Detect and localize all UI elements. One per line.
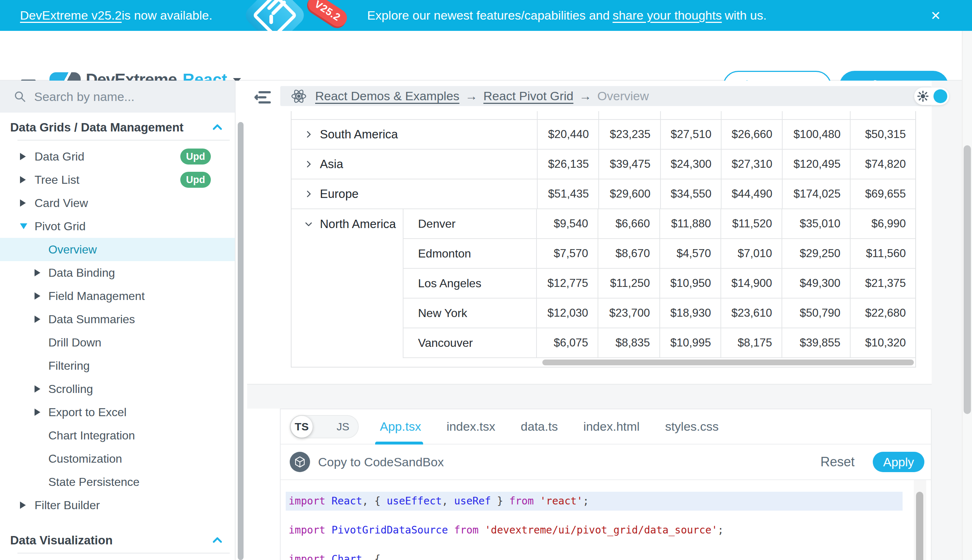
pivot-value-cell[interactable]: $174,025 <box>782 179 850 208</box>
pivot-row-label[interactable]: Europe <box>291 179 537 208</box>
pivot-value-cell[interactable]: $100,480 <box>782 120 850 149</box>
pivot-value-cell[interactable] <box>598 111 660 119</box>
pivot-value-cell[interactable]: $69,655 <box>850 179 915 208</box>
pivot-value-cell[interactable]: $8,670 <box>597 239 659 268</box>
banner-close-icon[interactable]: ✕ <box>925 0 947 31</box>
sidebar-item-card-view[interactable]: Card View <box>0 192 236 215</box>
sidebar-item-overview[interactable]: Overview <box>0 238 236 261</box>
pivot-value-cell[interactable]: $34,550 <box>660 179 721 208</box>
sidebar-item-filtering[interactable]: Filtering <box>0 354 236 377</box>
pivot-value-cell[interactable]: $26,135 <box>537 150 598 179</box>
tab-data-ts[interactable]: data.ts <box>521 420 558 433</box>
pivot-value-cell[interactable] <box>660 111 721 119</box>
pivot-row-new-york[interactable]: New York$12,030$23,700$18,930$23,610$50,… <box>403 298 915 328</box>
pivot-value-cell[interactable]: $50,790 <box>781 298 850 328</box>
pivot-hscroll-thumb[interactable] <box>542 360 914 365</box>
pivot-value-cell[interactable]: $39,475 <box>598 150 660 179</box>
pivot-value-cell[interactable]: $9,540 <box>536 209 597 238</box>
theme-toggle[interactable] <box>914 88 949 105</box>
collapsed-arrow-icon[interactable] <box>20 502 26 509</box>
pivot-row-denver[interactable]: Denver$9,540$6,660$11,880$11,520$35,010$… <box>403 209 915 239</box>
tab-index-html[interactable]: index.html <box>584 420 640 433</box>
collapsed-arrow-icon[interactable] <box>20 176 26 183</box>
pivot-value-cell[interactable]: $12,775 <box>536 269 597 298</box>
pivot-row-europe[interactable]: Europe$51,435$29,600$34,550$44,490$174,0… <box>291 179 915 209</box>
expand-row-icon[interactable] <box>304 189 313 198</box>
language-toggle[interactable]: TS JS <box>290 415 359 438</box>
pivot-value-cell[interactable]: $10,995 <box>659 328 721 357</box>
sidebar-item-field-management[interactable]: Field Management <box>0 284 236 308</box>
pivot-row-south-america[interactable]: South America$20,440$23,235$27,510$26,66… <box>291 120 915 150</box>
pivot-value-cell[interactable] <box>850 111 915 119</box>
codesandbox-icon[interactable] <box>290 452 310 472</box>
share-your-thoughts-link[interactable]: share your thoughts <box>612 8 722 23</box>
sidebar-item-tree-list[interactable]: Tree ListUpd <box>0 168 236 192</box>
pivot-value-cell[interactable]: $11,250 <box>597 269 659 298</box>
pivot-value-cell[interactable]: $29,250 <box>781 239 850 268</box>
pivot-value-cell[interactable]: $7,570 <box>536 239 597 268</box>
sidebar-scrollbar[interactable] <box>238 122 244 560</box>
pivot-value-cell[interactable]: $6,075 <box>536 328 597 357</box>
pivot-row-label[interactable]: North America <box>291 209 403 358</box>
collapsed-arrow-icon[interactable] <box>35 269 40 277</box>
sidebar-item-data-binding[interactable]: Data Binding <box>0 261 236 284</box>
pivot-value-cell[interactable]: $18,930 <box>659 298 721 328</box>
pivot-value-cell[interactable]: $8,835 <box>597 328 659 357</box>
breadcrumb-link-demos[interactable]: React Demos & Examples <box>315 89 460 103</box>
pivot-value-cell[interactable] <box>537 111 598 119</box>
pivot-value-cell[interactable]: $10,320 <box>850 328 915 357</box>
tab-styles-css[interactable]: styles.css <box>665 420 719 433</box>
collapsed-arrow-icon[interactable] <box>35 408 40 416</box>
pivot-value-cell[interactable]: $29,600 <box>598 179 660 208</box>
tab-app-tsx[interactable]: App.tsx <box>380 420 421 433</box>
pivot-row-vancouver[interactable]: Vancouver$6,075$8,835$10,995$8,175$39,85… <box>403 328 915 358</box>
pivot-city-label[interactable]: Vancouver <box>403 328 536 357</box>
sidebar-item-data-grid[interactable]: Data GridUpd <box>0 145 236 168</box>
expand-row-icon[interactable] <box>304 130 313 139</box>
pivot-value-cell[interactable]: $27,310 <box>721 150 782 179</box>
pivot-value-cell[interactable]: $120,495 <box>782 150 850 179</box>
page-scrollbar-thumb[interactable] <box>964 145 971 414</box>
lang-ts-selected[interactable]: TS <box>291 416 313 438</box>
code-scrollbar-thumb[interactable] <box>916 492 923 560</box>
section-header-data-grids[interactable]: Data Grids / Data Management <box>0 117 236 138</box>
collapsed-arrow-icon[interactable] <box>35 292 40 300</box>
pivot-value-cell[interactable]: $35,010 <box>781 209 850 238</box>
pivot-city-label[interactable]: Edmonton <box>403 239 536 268</box>
pivot-value-cell[interactable]: $11,880 <box>659 209 721 238</box>
pivot-value-cell[interactable]: $74,820 <box>850 150 915 179</box>
pivot-row-label[interactable]: Asia <box>291 150 537 179</box>
collapse-row-icon[interactable] <box>304 219 313 229</box>
pivot-row-asia[interactable]: Asia$26,135$39,475$24,300$27,310$120,495… <box>291 150 915 179</box>
theme-toggle-knob[interactable] <box>934 89 947 103</box>
collapsed-arrow-icon[interactable] <box>35 316 40 323</box>
pivot-value-cell[interactable]: $7,010 <box>721 239 781 268</box>
code-editor[interactable]: import React, { useEffect, useRef } from… <box>281 480 931 560</box>
sidebar-item-chart-integration[interactable]: Chart Integration <box>0 424 236 447</box>
copy-to-codesandbox-label[interactable]: Copy to CodeSandBox <box>318 455 444 469</box>
pivot-row-los-angeles[interactable]: Los Angeles$12,775$11,250$10,950$14,900$… <box>403 269 915 298</box>
reset-button[interactable]: Reset <box>820 454 855 470</box>
section-header-data-visualization[interactable]: Data Visualization <box>0 530 236 551</box>
expand-row-icon[interactable] <box>304 160 313 169</box>
pivot-value-cell[interactable]: $10,950 <box>659 269 721 298</box>
pivot-value-cell[interactable]: $20,440 <box>537 120 598 149</box>
pivot-value-cell[interactable]: $22,680 <box>850 298 915 328</box>
collapsed-arrow-icon[interactable] <box>20 199 26 207</box>
pivot-value-cell[interactable]: $27,510 <box>660 120 721 149</box>
pivot-value-cell[interactable]: $24,300 <box>660 150 721 179</box>
pivot-value-cell[interactable]: $11,520 <box>721 209 781 238</box>
pivot-value-cell[interactable]: $6,990 <box>850 209 915 238</box>
collapse-sidebar-icon[interactable] <box>254 89 272 105</box>
pivot-value-cell[interactable]: $21,375 <box>850 269 915 298</box>
pivot-row-edmonton[interactable]: Edmonton$7,570$8,670$4,570$7,010$29,250$… <box>403 239 915 269</box>
pivot-value-cell[interactable]: $12,030 <box>536 298 597 328</box>
pivot-value-cell[interactable]: $23,700 <box>597 298 659 328</box>
pivot-city-label[interactable]: Denver <box>403 209 536 238</box>
pivot-city-label[interactable]: New York <box>403 298 536 328</box>
pivot-value-cell[interactable]: $23,610 <box>721 298 781 328</box>
pivot-value-cell[interactable]: $14,900 <box>721 269 781 298</box>
pivot-value-cell[interactable]: $11,560 <box>850 239 915 268</box>
search-input[interactable] <box>34 90 209 104</box>
sidebar-item-data-summaries[interactable]: Data Summaries <box>0 308 236 331</box>
